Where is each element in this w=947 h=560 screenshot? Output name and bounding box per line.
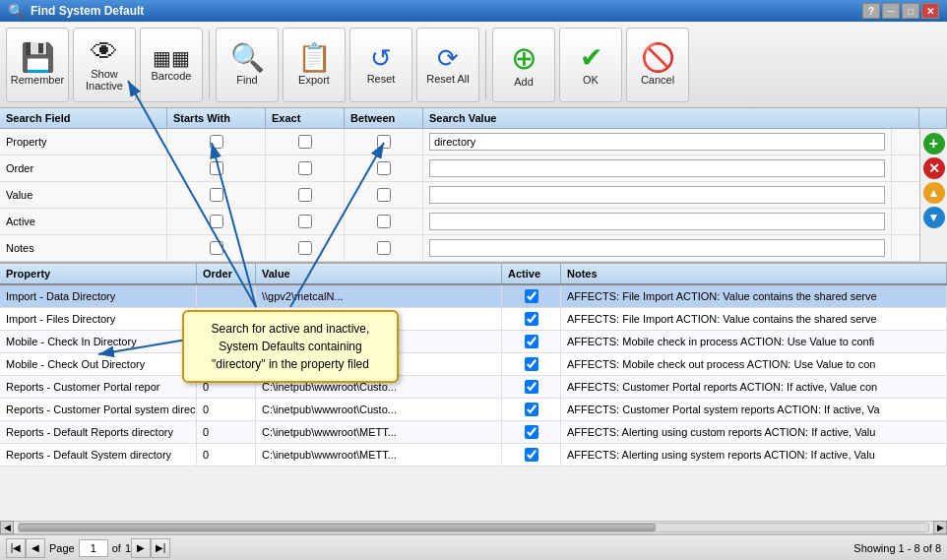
table-row[interactable]: Import - Data Directory \\gpv2\metcalN..…: [0, 285, 947, 308]
horizontal-scrollbar[interactable]: ◀ ▶: [0, 521, 947, 534]
next-page-button[interactable]: ▶: [131, 538, 151, 558]
reset-all-label: Reset All: [426, 73, 469, 85]
close-button[interactable]: ✕: [921, 3, 939, 19]
row-active: [502, 308, 561, 330]
row-order: 0: [197, 399, 256, 420]
active-search-input[interactable]: [429, 213, 885, 230]
row-value: C:\inetpub\wwwroot\Custo...: [256, 399, 502, 420]
add-icon: ⊕: [511, 42, 537, 74]
property-between-checkbox[interactable]: [377, 135, 391, 149]
table-row[interactable]: Reports - Default Reports directory 0 C:…: [0, 421, 947, 444]
reset-button[interactable]: ↺ Reset: [349, 28, 412, 102]
add-button[interactable]: ⊕ Add: [492, 28, 555, 102]
search-area: Search Field Starts With Exact Between S…: [0, 108, 947, 264]
value-starts-with-checkbox[interactable]: [210, 188, 223, 202]
property-exact-cell: [266, 129, 345, 155]
ok-button[interactable]: ✔ OK: [559, 28, 622, 102]
col-exact: Exact: [266, 108, 345, 128]
row-active: [502, 285, 561, 307]
notes-between-cell: [345, 235, 423, 261]
row-active-checkbox[interactable]: [525, 335, 538, 348]
row-active-checkbox[interactable]: [525, 403, 538, 416]
notes-exact-checkbox[interactable]: [298, 241, 312, 255]
help-button[interactable]: ?: [862, 3, 880, 19]
showing-status: Showing 1 - 8 of 8: [853, 542, 941, 554]
barcode-button[interactable]: ▦▦ Barcode: [140, 28, 203, 102]
maximize-button[interactable]: □: [902, 3, 919, 19]
table-row[interactable]: Reports - Customer Portal system directo…: [0, 399, 947, 421]
notes-between-checkbox[interactable]: [377, 241, 391, 255]
active-between-checkbox[interactable]: [377, 215, 391, 228]
scroll-track[interactable]: [18, 523, 929, 532]
row-active: [502, 353, 561, 375]
row-active: [502, 331, 561, 352]
page-number-input[interactable]: [79, 539, 108, 557]
table-row[interactable]: Reports - Default System directory 0 C:\…: [0, 444, 947, 467]
table-row[interactable]: Mobile - Check In Directory \\gpv2\metca…: [0, 331, 947, 353]
results-col-value: Value: [256, 264, 502, 283]
find-label: Find: [236, 74, 257, 86]
notes-search-input[interactable]: [429, 239, 885, 257]
row-active-checkbox[interactable]: [525, 357, 538, 371]
property-starts-with-checkbox[interactable]: [210, 135, 223, 149]
side-buttons: + ✕ ▲ ▼: [919, 129, 947, 262]
active-exact-cell: [266, 209, 345, 234]
add-label: Add: [514, 76, 534, 88]
value-between-checkbox[interactable]: [377, 188, 391, 202]
scroll-left-button[interactable]: ◀: [0, 521, 14, 534]
move-down-button[interactable]: ▼: [923, 207, 945, 228]
row-notes: AFFECTS: Customer Portal system reports …: [561, 399, 947, 420]
remember-button[interactable]: 💾 Remember: [6, 28, 69, 102]
last-page-button[interactable]: ▶|: [151, 538, 170, 558]
order-between-checkbox[interactable]: [377, 161, 391, 175]
active-starts-with-checkbox[interactable]: [210, 215, 223, 228]
row-property: Mobile - Check In Directory: [0, 331, 197, 352]
row-active-checkbox[interactable]: [525, 380, 538, 394]
remember-label: Remember: [11, 74, 64, 86]
col-between: Between: [345, 108, 423, 128]
find-button[interactable]: 🔍 Find: [216, 28, 279, 102]
table-row[interactable]: Reports - Customer Portal repor 0 C:\ine…: [0, 376, 947, 399]
show-inactive-button[interactable]: 👁 Show Inactive: [73, 28, 136, 102]
search-row-active: Active: [0, 209, 919, 235]
reset-all-icon: ⟳: [437, 45, 459, 71]
table-row[interactable]: Import - Files Directory \\gpv2\metcalN.…: [0, 308, 947, 331]
show-inactive-icon: 👁: [91, 38, 118, 66]
order-search-input[interactable]: [429, 159, 885, 177]
remove-row-button[interactable]: ✕: [923, 157, 945, 179]
row-order: 0: [197, 421, 256, 443]
property-search-input[interactable]: [429, 133, 885, 151]
main-container: 💾 Remember 👁 Show Inactive ▦▦ Barcode 🔍 …: [0, 22, 947, 560]
first-page-button[interactable]: |◀: [6, 538, 26, 558]
table-row[interactable]: Mobile - Check Out Directory \\gpv2\metc…: [0, 353, 947, 376]
row-active-checkbox[interactable]: [525, 448, 538, 462]
toolbar-divider-1: [209, 31, 210, 99]
add-row-button[interactable]: +: [923, 133, 945, 155]
property-exact-checkbox[interactable]: [298, 135, 312, 149]
search-row-value: Value: [0, 182, 919, 209]
active-value-cell: [423, 209, 892, 234]
order-starts-with-checkbox[interactable]: [210, 161, 223, 175]
notes-starts-with-cell: [167, 235, 266, 261]
cancel-button[interactable]: 🚫 Cancel: [626, 28, 689, 102]
move-up-button[interactable]: ▲: [923, 182, 945, 204]
search-rows-container: Property Order: [0, 129, 947, 262]
reset-all-button[interactable]: ⟳ Reset All: [416, 28, 479, 102]
results-header: Property Order Value Active Notes: [0, 264, 947, 285]
prev-page-button[interactable]: ◀: [26, 538, 45, 558]
value-exact-checkbox[interactable]: [298, 188, 312, 202]
scroll-right-button[interactable]: ▶: [933, 521, 947, 534]
active-exact-checkbox[interactable]: [298, 215, 312, 228]
row-active-checkbox[interactable]: [525, 289, 538, 303]
row-active-checkbox[interactable]: [525, 425, 538, 439]
notes-starts-with-checkbox[interactable]: [210, 241, 223, 255]
export-button[interactable]: 📋 Export: [283, 28, 346, 102]
property-starts-with-cell: [167, 129, 266, 155]
row-active-checkbox[interactable]: [525, 312, 538, 326]
minimize-button[interactable]: ─: [882, 3, 900, 19]
scroll-thumb[interactable]: [19, 524, 656, 531]
title-bar-icon: 🔍: [8, 3, 25, 19]
value-search-input[interactable]: [429, 186, 885, 204]
order-exact-checkbox[interactable]: [298, 161, 312, 175]
col-search-value: Search Value: [423, 108, 919, 128]
